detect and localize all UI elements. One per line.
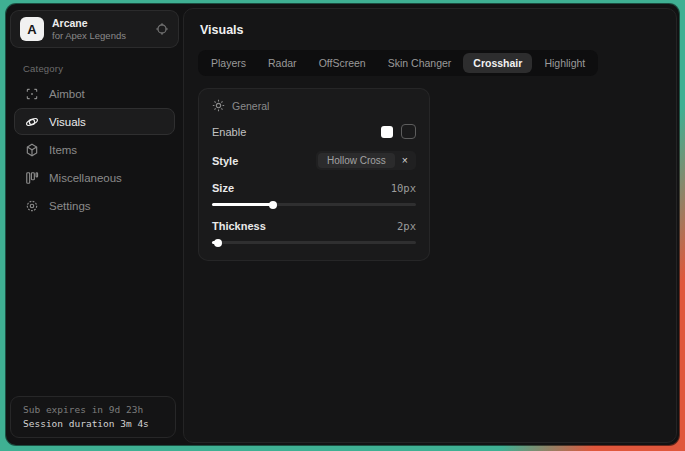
enable-keybind-box[interactable] xyxy=(401,124,416,139)
thickness-slider-thumb[interactable] xyxy=(214,239,222,247)
sidebar-item-label: Miscellaneous xyxy=(49,172,122,184)
tab-offscreen[interactable]: OffScreen xyxy=(309,53,376,73)
app-logo: A xyxy=(20,17,44,41)
style-row: Style Hollow Cross × xyxy=(212,151,416,170)
orbit-eye-icon xyxy=(25,115,39,129)
brand-title: Arcane xyxy=(52,17,126,30)
brand-text: Arcane for Apex Legends xyxy=(52,17,126,42)
session-duration-text: Session duration 3m 4s xyxy=(23,418,163,429)
sidebar-item-aimbot[interactable]: Aimbot xyxy=(14,80,175,107)
page-title: Visuals xyxy=(200,23,662,37)
brand-subtitle: for Apex Legends xyxy=(52,30,126,42)
size-row: Size 10px xyxy=(212,182,416,194)
size-slider-thumb[interactable] xyxy=(269,201,277,209)
columns-grid-icon xyxy=(25,171,39,185)
tab-highlight[interactable]: Highlight xyxy=(534,53,595,73)
sidebar-item-visuals[interactable]: Visuals xyxy=(14,108,175,135)
style-remove-icon[interactable]: × xyxy=(396,155,414,166)
brand-card: A Arcane for Apex Legends xyxy=(10,10,179,48)
category-label: Category xyxy=(23,63,183,74)
sidebar-item-label: Visuals xyxy=(49,116,86,128)
style-label: Style xyxy=(212,155,238,167)
subscription-info-card: Sub expires in 9d 23h Session duration 3… xyxy=(10,396,176,438)
sidebar-item-settings[interactable]: Settings xyxy=(14,192,175,219)
tab-skin-changer[interactable]: Skin Changer xyxy=(378,53,462,73)
sidebar-item-items[interactable]: Items xyxy=(14,136,175,163)
visuals-tabbar: Players Radar OffScreen Skin Changer Cro… xyxy=(198,50,598,76)
sidebar-item-miscellaneous[interactable]: Miscellaneous xyxy=(14,164,175,191)
general-settings-card: General Enable Style Hollow Cross × Size… xyxy=(198,88,430,261)
target-scan-icon xyxy=(25,87,39,101)
tab-radar[interactable]: Radar xyxy=(258,53,307,73)
gear-icon xyxy=(25,199,39,213)
crosshair-scope-icon[interactable] xyxy=(155,22,169,36)
size-slider[interactable] xyxy=(212,200,416,208)
size-label: Size xyxy=(212,182,234,194)
app-window: A Arcane for Apex Legends Category xyxy=(6,4,679,445)
sidebar: A Arcane for Apex Legends Category xyxy=(6,4,183,445)
enable-controls xyxy=(381,124,416,139)
sun-settings-icon xyxy=(212,99,225,112)
thickness-row: Thickness 2px xyxy=(212,220,416,232)
sidebar-nav: Aimbot Visuals Items xyxy=(6,80,183,219)
thickness-slider[interactable] xyxy=(212,238,416,246)
card-header-label: General xyxy=(232,100,269,112)
thickness-label: Thickness xyxy=(212,220,266,232)
style-select[interactable]: Hollow Cross × xyxy=(316,151,416,170)
main-panel: Visuals Players Radar OffScreen Skin Cha… xyxy=(183,8,677,443)
tab-players[interactable]: Players xyxy=(201,53,256,73)
sidebar-item-label: Settings xyxy=(49,200,91,212)
sub-expires-text: Sub expires in 9d 23h xyxy=(23,404,163,415)
package-box-icon xyxy=(25,143,39,157)
size-value: 10px xyxy=(391,182,416,194)
sidebar-item-label: Items xyxy=(49,144,77,156)
tab-crosshair[interactable]: Crosshair xyxy=(463,53,532,73)
thickness-value: 2px xyxy=(397,220,416,232)
enable-checkbox-checked[interactable] xyxy=(381,126,393,138)
desktop-background: { "theme": { "background_teal": "#3fb093… xyxy=(0,0,685,451)
thickness-slider-track xyxy=(212,241,416,244)
style-value-tag[interactable]: Hollow Cross xyxy=(318,153,395,168)
enable-label: Enable xyxy=(212,126,246,138)
enable-row: Enable xyxy=(212,124,416,139)
card-header: General xyxy=(212,99,416,112)
size-slider-fill xyxy=(212,203,273,206)
sidebar-item-label: Aimbot xyxy=(49,88,85,100)
